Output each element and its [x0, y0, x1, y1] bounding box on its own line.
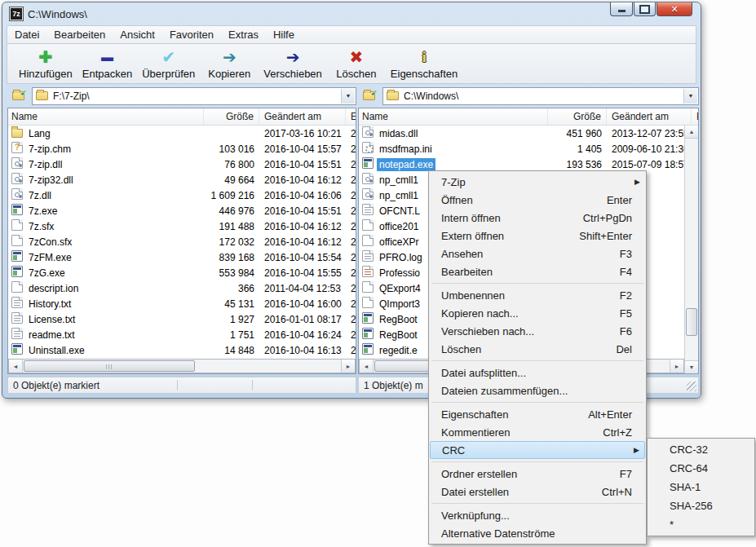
- exe-icon: [8, 266, 26, 280]
- menubar-item-extras[interactable]: Extras: [221, 27, 266, 42]
- toolbar-kopieren-button[interactable]: ➔Kopieren: [200, 46, 259, 81]
- context-menu-item-dateien-zusammenf-gen[interactable]: Dateien zusammenfügen...: [430, 382, 645, 399]
- context-menu-item-kommentieren[interactable]: KommentierenCtrl+Z: [430, 423, 645, 441]
- chevron-down-icon[interactable]: ▼: [341, 89, 355, 104]
- status-divider: [252, 380, 253, 390]
- scroll-right-icon[interactable]: ►: [670, 360, 683, 373]
- file-row[interactable]: msdfmap.ini1 4052009-06-10 21:362009-0: [359, 141, 698, 157]
- context-menu-item-bearbeiten[interactable]: BearbeitenF4: [430, 262, 645, 280]
- crc-submenu-item-crc-32[interactable]: CRC-32: [648, 440, 754, 459]
- file-row[interactable]: readme.txt1 7512016-10-04 16:242017-03: [8, 327, 356, 342]
- toolbar-verschieben-button[interactable]: ➔Verschieben: [259, 46, 327, 81]
- context-menu-item-l-schen[interactable]: LöschenDel: [430, 340, 645, 358]
- column-header-erstellt[interactable]: Erstellt: [692, 108, 699, 125]
- right-vertical-scrollbar[interactable]: ▲ ▼: [684, 126, 698, 373]
- parent-folder-button[interactable]: ➹: [7, 87, 29, 105]
- left-path-combobox[interactable]: F:\7-Zip\ ▼: [32, 87, 356, 105]
- menu-bar: DateiBearbeitenAnsichtFavoritenExtrasHil…: [7, 25, 696, 43]
- menubar-item-favoriten[interactable]: Favoriten: [162, 27, 221, 42]
- context-menu-item-alternative-datenstr-me[interactable]: Alternative Datenströme: [430, 524, 645, 542]
- menu-separator: [431, 461, 643, 462]
- scroll-right-icon[interactable]: ►: [341, 360, 355, 373]
- file-row[interactable]: 7-zip.dll76 8002016-10-04 15:512017-03: [8, 157, 356, 172]
- crc-submenu-item-crc-64[interactable]: CRC-64: [648, 459, 754, 478]
- file-created: 2017-03: [346, 267, 356, 279]
- close-button[interactable]: [657, 2, 692, 16]
- file-modified: 2016-10-04 15:51: [259, 159, 346, 170]
- exe-icon: [359, 157, 377, 171]
- file-row[interactable]: 7z.exe446 9762016-10-04 15:512017-03: [8, 203, 356, 218]
- file-row[interactable]: 7-zip32.dll49 6642016-10-04 16:122017-03: [8, 172, 356, 187]
- toolbar-button-label: Verschieben: [263, 68, 322, 80]
- minimize-button[interactable]: [610, 2, 633, 16]
- file-created: 2017-03: [346, 174, 356, 186]
- title-bar[interactable]: 7z C:\Windows\: [2, 2, 701, 25]
- file-row[interactable]: 7z.sfx191 4882016-10-04 16:122017-03: [8, 218, 356, 234]
- exe-icon: [359, 328, 377, 342]
- file-row[interactable]: midas.dll451 9602013-12-07 23:552016-0: [359, 126, 698, 141]
- menubar-item-datei[interactable]: Datei: [7, 27, 46, 42]
- menubar-item-hilfe[interactable]: Hilfe: [266, 27, 302, 42]
- context-menu-item-ansehen[interactable]: AnsehenF3: [430, 245, 645, 262]
- context-menu-item-intern-ffnen[interactable]: Intern öffnenCtrl+PgDn: [430, 209, 645, 227]
- context-menu-item-ordner-erstellen[interactable]: Ordner erstellenF7: [430, 465, 645, 483]
- context-menu-item-verschieben-nach[interactable]: Verschieben nach...F6: [430, 322, 645, 340]
- column-header-gr-e[interactable]: Größe: [204, 108, 259, 125]
- file-row[interactable]: History.txt45 1312016-10-04 16:002017-03: [8, 296, 356, 311]
- chevron-down-icon[interactable]: ▼: [683, 89, 697, 104]
- scroll-track[interactable]: [685, 337, 698, 360]
- file-size: 1 609 216: [204, 190, 259, 201]
- scroll-left-icon[interactable]: ◄: [9, 360, 23, 373]
- context-menu-item-verkn-pfung[interactable]: Verknüpfung...: [430, 506, 645, 524]
- context-menu-item-umbenennen[interactable]: UmbenennenF2: [430, 286, 645, 304]
- right-path-combobox[interactable]: C:\Windows\ ▼: [382, 87, 699, 105]
- context-menu-item-7-zip[interactable]: 7-Zip▶: [430, 173, 645, 191]
- window-controls: [609, 2, 692, 16]
- file-row[interactable]: 7zCon.sfx172 0322016-10-04 16:122017-03: [8, 234, 356, 249]
- menu-item-label: Kopieren nach...: [441, 307, 620, 320]
- toolbar-berpr-fen-button[interactable]: ✔Überprüfen: [137, 46, 200, 81]
- scroll-left-icon[interactable]: ◄: [360, 360, 374, 373]
- file-row[interactable]: Uninstall.exe14 8482016-10-04 16:132017-…: [8, 342, 356, 358]
- column-header-name[interactable]: Name: [359, 108, 548, 125]
- context-menu-item-ffnen[interactable]: ÖffnenEnter: [430, 191, 645, 209]
- crc-submenu-item-sha-1[interactable]: SHA-1: [648, 478, 754, 496]
- context-menu-item-kopieren-nach[interactable]: Kopieren nach...F5: [430, 304, 645, 322]
- column-header-erstellt[interactable]: Erstellt: [346, 108, 356, 125]
- column-header-ge-ndert-am[interactable]: Geändert am: [607, 108, 692, 125]
- column-header-gr-e[interactable]: Größe: [548, 108, 607, 125]
- column-header-ge-ndert-am[interactable]: Geändert am: [259, 108, 346, 125]
- resize-grip[interactable]: [687, 382, 696, 391]
- file-row[interactable]: License.txt1 9272016-01-01 08:172017-03: [8, 311, 356, 327]
- scrollbar-thumb[interactable]: [24, 360, 195, 372]
- file-row[interactable]: Lang2017-03-16 10:212017-03: [8, 126, 356, 141]
- context-menu-item-datei-aufsplitten[interactable]: Datei aufsplitten...: [430, 364, 645, 382]
- left-horizontal-scrollbar[interactable]: ◄ ►: [8, 359, 356, 373]
- scroll-down-icon[interactable]: ▼: [685, 360, 698, 373]
- menubar-item-bearbeiten[interactable]: Bearbeiten: [46, 27, 113, 42]
- scrollbar-thumb[interactable]: [686, 308, 697, 336]
- crc-submenu-item-item[interactable]: *: [648, 515, 754, 534]
- toolbar-l-schen-button[interactable]: ✖Löschen: [327, 46, 386, 81]
- file-row[interactable]: 7zFM.exe839 1682016-10-04 15:542017-03: [8, 249, 356, 265]
- file-row[interactable]: 7-zip.chm103 0162016-10-04 15:572017-03: [8, 141, 356, 157]
- context-menu-item-eigenschaften[interactable]: EigenschaftenAlt+Enter: [430, 405, 645, 423]
- toolbar-eigenschaften-button[interactable]: iEigenschaften: [386, 46, 462, 81]
- menu-item-label: Datei aufsplitten...: [441, 367, 639, 379]
- crc-submenu-item-sha-256[interactable]: SHA-256: [648, 496, 754, 515]
- column-header-name[interactable]: Name: [8, 108, 204, 125]
- restore-button[interactable]: [634, 2, 656, 16]
- parent-folder-button[interactable]: ➹: [358, 87, 379, 105]
- file-row[interactable]: 7zG.exe553 9842016-10-04 15:552017-03: [8, 265, 356, 280]
- toolbar-entpacken-button[interactable]: ▬Entpacken: [77, 46, 137, 81]
- menubar-item-ansicht[interactable]: Ansicht: [113, 27, 162, 42]
- scroll-track[interactable]: [685, 139, 698, 307]
- context-menu-item-crc[interactable]: CRC▶: [430, 441, 645, 459]
- left-panel: ➹ F:\7-Zip\ ▼ NameGrößeGeändert amErstel…: [7, 86, 356, 392]
- toolbar-hinzuf-gen-button[interactable]: ✚Hinzufügen: [14, 46, 77, 81]
- context-menu-item-extern-ffnen[interactable]: Extern öffnenShift+Enter: [430, 227, 645, 245]
- scroll-up-icon[interactable]: ▲: [685, 126, 698, 139]
- context-menu-item-datei-erstellen[interactable]: Datei erstellenCtrl+N: [430, 483, 645, 501]
- file-row[interactable]: 7z.dll1 609 2162016-10-04 16:062017-03: [8, 187, 356, 203]
- file-row[interactable]: descript.ion3662011-04-04 12:532017-03: [8, 280, 356, 296]
